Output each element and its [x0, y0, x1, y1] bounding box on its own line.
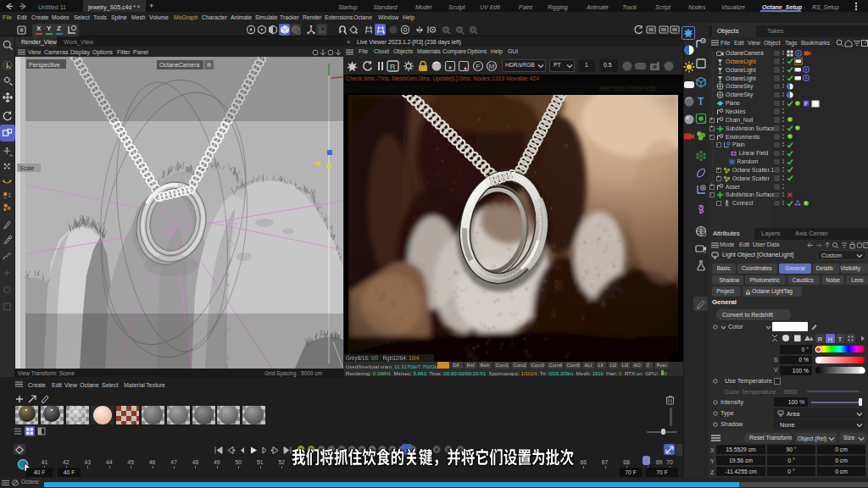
svg-text:Perspective: Perspective	[29, 62, 60, 69]
svg-text:Scale: Scale	[19, 165, 35, 171]
svg-text:OctaneCamera: OctaneCamera	[159, 62, 200, 68]
svg-text:F: F	[804, 100, 808, 106]
svg-text:R: R	[390, 63, 396, 71]
svg-text:T: T	[698, 96, 704, 107]
svg-text:F: F	[476, 63, 481, 70]
svg-text:M: M	[489, 63, 495, 70]
